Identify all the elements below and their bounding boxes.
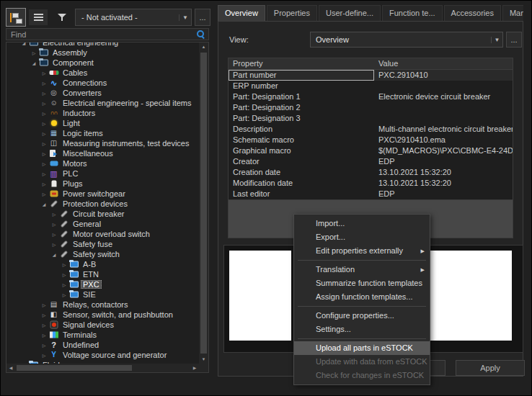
- expander-collapsed-icon[interactable]: ▷: [50, 222, 58, 227]
- scroll-up-icon[interactable]: ▲: [199, 42, 208, 51]
- property-row-schematic-macro[interactable]: Schematic macroPXC\2910410.ema: [229, 135, 513, 145]
- tree-item-plc[interactable]: ▷PLC: [6, 168, 199, 179]
- scroll-left-icon[interactable]: ◀: [6, 364, 15, 372]
- tree-view-button[interactable]: [6, 8, 26, 27]
- expander-collapsed-icon[interactable]: ▷: [40, 101, 48, 106]
- expander-expanded-icon[interactable]: ◢: [30, 60, 38, 66]
- tree-horizontal-scrollbar[interactable]: ◀ ▶: [6, 364, 199, 372]
- tree-item-cables[interactable]: ▷Cables: [6, 68, 199, 78]
- expander-collapsed-icon[interactable]: ▷: [50, 232, 58, 237]
- expander-expanded-icon[interactable]: ◢: [19, 42, 28, 45]
- tab-accessories[interactable]: Accessories: [444, 5, 501, 22]
- menu-item-summarize-function-templates[interactable]: Summarize function templates: [294, 276, 430, 290]
- tree-item-general[interactable]: ▷General: [6, 219, 199, 229]
- expander-collapsed-icon[interactable]: ▷: [40, 333, 48, 338]
- column-header-value[interactable]: Value: [374, 58, 513, 69]
- expander-collapsed-icon[interactable]: ▷: [40, 131, 48, 136]
- property-row-part-designation-3[interactable]: Part: Designation 3: [229, 113, 513, 124]
- property-row-last-editor[interactable]: Last editorEDP: [229, 189, 513, 199]
- expander-collapsed-icon[interactable]: ▷: [40, 151, 48, 156]
- view-dropdown[interactable]: Overview ▼: [310, 32, 503, 48]
- tree-item-etn[interactable]: ▷ETN: [6, 269, 199, 279]
- menu-item-settings[interactable]: Settings...: [294, 323, 430, 336]
- expander-collapsed-icon[interactable]: ▷: [60, 282, 68, 287]
- menu-item-export[interactable]: Export...: [294, 230, 430, 244]
- filter-button[interactable]: [53, 10, 71, 24]
- tree-item-logic-items[interactable]: ▷Logic items: [6, 128, 199, 138]
- expander-collapsed-icon[interactable]: ▷: [40, 353, 48, 358]
- property-row-creator[interactable]: CreatorEDP: [229, 156, 513, 167]
- expander-collapsed-icon[interactable]: ▷: [60, 292, 68, 297]
- tree-item-component[interactable]: ◢Component: [6, 58, 199, 68]
- tree-item-light[interactable]: ▷Light: [6, 118, 199, 128]
- tree-item-signal-devices[interactable]: ▷Signal devices: [6, 320, 199, 330]
- tab-user-define[interactable]: User-define...: [319, 5, 381, 22]
- expander-collapsed-icon[interactable]: ▷: [40, 343, 48, 348]
- tree-item-safety-fuse[interactable]: ▷Safety fuse: [6, 239, 199, 249]
- tree-item-assembly[interactable]: ▷Assembly: [6, 48, 199, 58]
- tree-item-circuit-breaker[interactable]: ▷Circuit breaker: [6, 209, 199, 219]
- property-row-part-number[interactable]: Part numberPXC.2910410: [229, 70, 513, 81]
- tree-item-electrical-engineering[interactable]: ◢Electrical engineering: [6, 42, 199, 48]
- expander-collapsed-icon[interactable]: ▷: [60, 262, 68, 267]
- property-row-creation-date[interactable]: Creation date13.10.2021 15:32:20: [229, 167, 513, 178]
- tree-item-safety-switch[interactable]: ◢Safety switch: [6, 249, 199, 259]
- expander-collapsed-icon[interactable]: ▷: [40, 121, 48, 126]
- menu-item-import[interactable]: Import...: [294, 217, 430, 230]
- expander-collapsed-icon[interactable]: ▷: [40, 111, 48, 116]
- filter-more-button[interactable]: ...: [195, 9, 210, 26]
- find-input[interactable]: Find: [6, 28, 209, 40]
- tree-item-power-switchgear[interactable]: ▷Power switchgear: [6, 189, 199, 199]
- scroll-right-icon[interactable]: ▶: [190, 364, 199, 372]
- property-row-erp-number[interactable]: ERP number: [229, 81, 513, 91]
- expander-collapsed-icon[interactable]: ▷: [50, 242, 58, 247]
- property-row-part-designation-2[interactable]: Part: Designation 2: [229, 102, 513, 113]
- expander-collapsed-icon[interactable]: ▷: [40, 192, 48, 197]
- expander-collapsed-icon[interactable]: ▷: [40, 323, 48, 328]
- horizontal-scroll-thumb[interactable]: [17, 365, 132, 371]
- expander-collapsed-icon[interactable]: ▷: [40, 81, 48, 86]
- expander-collapsed-icon[interactable]: ▷: [40, 312, 48, 318]
- tree-item-pxc[interactable]: ▷PXC: [6, 279, 199, 289]
- tab-function-te[interactable]: Function te...: [382, 5, 443, 22]
- expander-collapsed-icon[interactable]: ▷: [50, 212, 58, 217]
- apply-button[interactable]: Apply: [456, 360, 525, 376]
- tree-item-connections[interactable]: ▷Connections: [6, 78, 199, 88]
- scroll-down-icon[interactable]: ▼: [199, 355, 208, 364]
- property-row-description[interactable]: DescriptionMulti-channel electronic circ…: [229, 124, 513, 135]
- expander-collapsed-icon[interactable]: ▷: [40, 91, 48, 96]
- expander-collapsed-icon[interactable]: ▷: [30, 50, 38, 55]
- property-row-graphical-macro[interactable]: Graphical macro$(MD_MACROS)\PXC\CBMC-E4-…: [229, 145, 513, 156]
- expander-collapsed-icon[interactable]: ▷: [40, 71, 48, 76]
- tree-item-motor-overload-switch[interactable]: ▷Motor overload switch: [6, 229, 199, 239]
- tree-item-protection-devices[interactable]: ◢Protection devices: [6, 199, 199, 209]
- vertical-scroll-thumb[interactable]: [200, 53, 207, 354]
- property-row-part-designation-1[interactable]: Part: Designation 1Electronic device cir…: [229, 91, 513, 102]
- tree-item-plugs[interactable]: ▷Plugs: [6, 179, 199, 189]
- expander-collapsed-icon[interactable]: ▷: [40, 161, 48, 166]
- tree-item-undefined[interactable]: ▷Undefined: [6, 340, 199, 350]
- tree-item-measuring-instruments-test-devices[interactable]: ▷Measuring instruments, test devices: [6, 138, 199, 148]
- tab-manufactur[interactable]: Manufactur...: [502, 5, 523, 22]
- tree-item-miscellaneous[interactable]: ▷Miscellaneous: [6, 148, 199, 158]
- tree-item-converters[interactable]: ▷Converters: [6, 88, 199, 98]
- menu-item-translation[interactable]: Translation▶: [294, 263, 430, 276]
- tab-overview[interactable]: Overview: [218, 5, 265, 22]
- tree-item-a-b[interactable]: ▷A-B: [6, 259, 199, 269]
- expander-expanded-icon[interactable]: ◢: [40, 202, 48, 207]
- tree-item-inductors[interactable]: ▷Inductors: [6, 108, 199, 118]
- view-more-button[interactable]: ...: [506, 32, 522, 48]
- expander-collapsed-icon[interactable]: ▷: [40, 171, 48, 176]
- list-view-button[interactable]: [29, 9, 48, 25]
- tree-item-relays-contactors[interactable]: ▷Relays, contactors: [6, 300, 199, 310]
- expander-collapsed-icon[interactable]: ▷: [40, 181, 48, 186]
- search-icon[interactable]: [197, 30, 205, 39]
- tree-vertical-scrollbar[interactable]: ▲ ▼: [199, 42, 208, 364]
- tree-item-terminals[interactable]: ▷Terminals: [6, 330, 199, 340]
- tree-item-sie[interactable]: ▷SIE: [6, 289, 199, 300]
- expander-collapsed-icon[interactable]: ▷: [60, 272, 68, 277]
- column-header-property[interactable]: Property: [229, 58, 374, 69]
- tree-item-voltage-source-and-generator[interactable]: ▷Voltage source and generator: [6, 350, 199, 360]
- expander-collapsed-icon[interactable]: ▷: [40, 141, 48, 146]
- tab-properties[interactable]: Properties: [267, 5, 317, 22]
